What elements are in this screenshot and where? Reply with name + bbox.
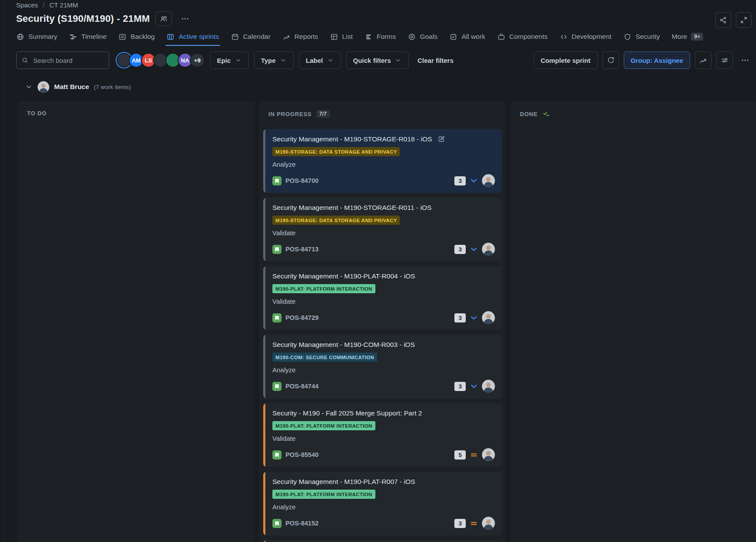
assignee-avatar[interactable] [482,517,495,530]
priority-medium-icon [470,519,478,528]
fullscreen-button[interactable] [736,12,752,28]
column-cards-inprogress: Security Management - M190-STORAGE-R018 … [263,129,502,542]
board-column-todo: TO DO [17,101,255,542]
tab-backlog[interactable]: Backlog [118,27,155,46]
card-key: POS-84713 [285,246,319,253]
toolbar-more-button[interactable] [738,51,753,69]
card-status: Validate [272,435,495,443]
card-label-chip: M190-PLAT: PLATFORM INTERACTION [272,421,375,430]
card-key: POS-85540 [285,451,319,458]
tab-badge: 9+ [691,33,703,41]
backlog-icon [118,33,127,41]
priority-low-icon [470,177,478,185]
column-header-todo: TO DO [22,108,251,128]
tab-reports[interactable]: Reports [282,27,318,46]
assignee-avatar[interactable] [482,448,495,461]
column-title: DONE [520,111,538,117]
group-by-assignee-button[interactable]: Group: Assignee [624,51,690,69]
board-card[interactable]: Security Management - M190-STORAGE-R011 … [263,198,502,261]
card-title: Security - M190 - Fall 2025 Merge Suppor… [272,409,422,417]
left-panel-edge [3,0,4,542]
card-status: Validate [272,298,495,306]
complete-sprint-button[interactable]: Complete sprint [534,51,598,69]
refresh-icon-button[interactable] [602,51,619,69]
board-card[interactable]: Security - M190 - Fall 2025 Merge Suppor… [263,403,502,467]
board-people-button[interactable] [155,11,172,26]
card-status: Analyze [272,503,495,511]
share-icon [719,16,728,24]
column-title: TO DO [27,110,47,117]
card-label-chip: M190-COM: SECURE COMMUNICATION [272,353,377,362]
filter-dropdown-quick-filters[interactable]: Quick filters [346,51,409,69]
priority-low-icon [470,314,478,322]
chevron-down-icon [280,57,287,64]
forms-icon [364,33,373,41]
share-button[interactable] [715,12,731,28]
card-title: Security Management - M190-PLAT-R004 - i… [272,272,415,280]
card-accent-bar [263,266,265,330]
board-card[interactable]: Security Management - M190-STORAGE-R018 … [263,129,502,193]
filter-dropdown-type[interactable]: Type [254,51,294,69]
refresh-icon [606,56,615,65]
edit-summary-button[interactable] [437,135,446,143]
avatar-overflow-count[interactable]: +9 [190,53,205,68]
story-type-icon [272,519,282,528]
board-card-partial[interactable] [263,540,502,542]
window-actions [715,12,752,28]
story-type-icon [272,245,282,254]
insights-button[interactable] [695,51,711,69]
search-input[interactable] [32,56,104,65]
tab-all-work[interactable]: All work [449,27,485,46]
breadcrumb-separator: / [43,1,45,9]
board-card[interactable]: Security Management - M190-PLAT-R007 - i… [263,472,502,535]
card-label-chip: M190-STORAGE: DATA STORAGE AND PRIVACY [272,147,400,156]
title-row: Security (S190/M190) - 21MM [16,11,753,27]
card-accent-bar [263,403,265,467]
tab-development[interactable]: Development [560,27,612,46]
sprint-board: TO DO IN PROGRESS 7/7 Security Managemen… [17,101,756,542]
tab-forms[interactable]: Forms [364,27,396,46]
filter-dropdown-epic[interactable]: Epic [210,51,249,69]
board-column-inprogress: IN PROGRESS 7/7 Security Management - M1… [259,101,506,542]
tab-security[interactable]: Security [623,27,660,46]
column-count-badge: 7/7 [316,110,330,118]
assignee-avatar-filters: AM LS NA +9 [117,53,205,68]
board-settings-button[interactable] [716,51,733,69]
card-accent-bar [263,472,265,535]
filter-dropdown-label[interactable]: Label [299,51,341,69]
card-status: Validate [272,229,495,237]
assignee-avatar[interactable] [482,174,495,187]
tab-timeline[interactable]: Timeline [69,27,107,46]
priority-low-icon [470,245,478,254]
tab-list[interactable]: List [330,27,353,46]
card-title: Security Management - M190-COM-R003 - iO… [272,341,415,349]
tab-components[interactable]: Components [497,27,548,46]
table-icon [330,33,338,41]
board-card[interactable]: Security Management - M190-PLAT-R004 - i… [263,266,502,330]
assignee-avatar[interactable] [482,380,495,393]
board-card[interactable]: Security Management - M190-COM-R003 - iO… [263,335,502,398]
story-points-badge: 3 [454,245,466,254]
card-accent-bar [263,129,265,193]
search-board-field[interactable] [16,51,109,69]
card-title: Security Management - M190-PLAT-R007 - i… [272,478,415,486]
ellipsis-icon [741,56,749,65]
bag-icon [497,33,505,41]
app-root: Spaces / CT 21MM Security (S190/M190) - … [0,0,756,542]
tab-more[interactable]: More 9+ [672,27,704,46]
column-title: IN PROGRESS [268,111,312,117]
tab-summary[interactable]: Summary [16,27,57,46]
tab-goals[interactable]: Goals [408,27,438,46]
collapse-chevron-icon[interactable] [25,83,33,91]
tab-active-sprints[interactable]: Active sprints [166,27,219,46]
sliders-icon [720,56,729,65]
assignee-avatar[interactable] [482,243,495,256]
breadcrumb-spaces[interactable]: Spaces [16,1,38,9]
swimlane-item-count: (7 work items) [94,84,131,90]
swimlane-header: Matt Bruce (7 work items) [25,80,756,93]
tab-calendar[interactable]: Calendar [231,27,271,46]
title-more-button[interactable] [178,11,192,26]
assignee-avatar[interactable] [482,311,495,324]
breadcrumb-project[interactable]: CT 21MM [49,1,78,9]
clear-filters-button[interactable]: Clear filters [414,57,457,64]
